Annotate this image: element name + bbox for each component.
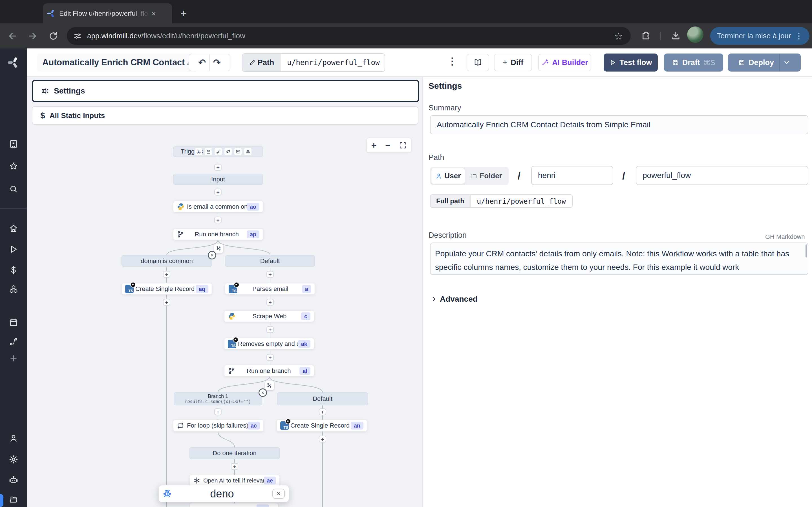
node-label: Parses email	[239, 285, 302, 293]
git-branch-icon	[177, 231, 187, 238]
insert-step-button[interactable]: +	[214, 217, 221, 223]
insert-step-button[interactable]: +	[266, 271, 274, 278]
deno-icon	[234, 282, 239, 288]
webhook-trigger-icon[interactable]	[195, 148, 202, 156]
bug-icon	[163, 489, 172, 498]
flow-node-removes-empty-duplicates[interactable]: TS Removes empty and duplicates ak	[224, 338, 314, 349]
typescript-deno-icon: TS	[228, 340, 238, 348]
app-root: Edit Flow u/henri/powerful_flo × + app.w…	[0, 0, 812, 507]
node-label: Do one iteration	[193, 450, 276, 457]
insert-step-button[interactable]: +	[266, 354, 274, 361]
node-label: Create Single Record (Airtable)	[135, 285, 196, 293]
repeat-icon	[177, 422, 187, 429]
deno-icon	[233, 337, 239, 342]
tooltip-label: deno	[172, 488, 272, 500]
branch-label: domain is common	[125, 258, 208, 265]
zoom-out-button[interactable]: −	[385, 141, 390, 150]
flow-node-parses-email[interactable]: TS Parses email a	[225, 283, 315, 295]
flow-node-partial[interactable]	[190, 503, 278, 507]
add-branch-button[interactable]	[265, 381, 274, 390]
typescript-deno-icon: TS	[125, 285, 135, 293]
poll-trigger-icon[interactable]	[244, 148, 252, 156]
websocket-trigger-icon[interactable]	[224, 148, 232, 156]
openai-icon	[193, 477, 203, 484]
node-id-badge: ap	[247, 230, 259, 238]
deno-icon	[130, 282, 136, 288]
node-label: Is email a common one?	[187, 203, 247, 210]
flow-node-domain-is-common[interactable]: domain is common	[121, 255, 212, 267]
node-label: Removes empty and duplicates	[238, 340, 298, 348]
flow-edges	[0, 0, 812, 507]
zoom-in-button[interactable]: +	[371, 141, 376, 150]
insert-step-button[interactable]: +	[163, 271, 170, 278]
node-label: For loop (skip failures)	[187, 422, 248, 429]
typescript-deno-icon: TS	[280, 421, 290, 430]
flow-node-run-one-branch-2[interactable]: Run one branch al	[224, 365, 314, 377]
flow-node-default-branch-1[interactable]: Default	[225, 255, 315, 267]
fit-view-button[interactable]	[399, 142, 407, 149]
branch-title: Branch 1	[208, 393, 228, 399]
insert-step-button[interactable]: +	[214, 189, 221, 195]
insert-step-button[interactable]: +	[319, 408, 326, 415]
flow-node-open-ai-relevant[interactable]: Open AI to tell if relevant result ae	[190, 475, 280, 486]
tooltip-close-button[interactable]: ×	[272, 489, 285, 499]
flow-node-default-branch-2[interactable]: Default	[277, 392, 368, 405]
language-tooltip: deno ×	[159, 485, 289, 502]
node-label: Open AI to tell if relevant result	[203, 477, 264, 484]
flow-node-create-single-record-2[interactable]: TS Create Single Record (Airtable) an	[276, 420, 367, 432]
node-id-badge: al	[299, 367, 310, 375]
node-label: Run one branch	[238, 367, 299, 375]
flow-node-for-loop[interactable]: For loop (skip failures) ac	[173, 420, 264, 432]
node-label: Run one branch	[187, 231, 247, 238]
node-id-badge: a	[302, 285, 311, 293]
insert-step-button[interactable]: +	[163, 299, 170, 305]
corner-accent	[0, 494, 3, 507]
deno-icon	[285, 418, 291, 424]
node-id-badge: ae	[264, 476, 276, 485]
node-id-badge: ak	[298, 340, 310, 348]
flow-node-scrape-web[interactable]: Scrape Web c	[224, 311, 314, 322]
remove-branch-button[interactable]: ×	[208, 251, 216, 260]
email-trigger-icon[interactable]	[234, 148, 242, 156]
flow-node-create-single-record-1[interactable]: TS Create Single Record (Airtable) aq	[121, 283, 212, 295]
python-icon	[177, 203, 187, 211]
node-label: Scrape Web	[238, 313, 301, 320]
typescript-deno-icon: TS	[229, 285, 239, 293]
node-label: Create Single Record (Airtable)	[290, 422, 351, 429]
node-id-badge: ao	[247, 203, 259, 211]
git-branch-icon	[228, 367, 238, 375]
branch-label: Default	[229, 258, 311, 265]
add-branch-button[interactable]	[214, 244, 223, 253]
remove-branch-button[interactable]: ×	[259, 388, 267, 397]
canvas-zoom-controls: + −	[367, 138, 411, 152]
flow-node-do-one-iteration[interactable]: Do one iteration	[190, 447, 280, 459]
branch-expression: results.c.some((x)=>x!="")	[185, 399, 251, 404]
insert-step-button[interactable]: +	[214, 164, 221, 171]
insert-step-button[interactable]: +	[319, 436, 326, 443]
node-id-badge: ac	[248, 421, 260, 430]
flow-node-branch-1[interactable]: Branch 1 results.c.some((x)=>x!="")	[174, 392, 262, 405]
insert-step-button[interactable]: +	[266, 326, 274, 333]
flow-node-run-one-branch-1[interactable]: Run one branch ap	[173, 228, 263, 240]
insert-step-button[interactable]: +	[214, 408, 221, 415]
node-id-badge: aq	[196, 285, 208, 293]
schedule-trigger-icon[interactable]	[204, 148, 212, 156]
insert-step-button[interactable]: +	[231, 463, 238, 470]
branch-label: Default	[281, 395, 364, 402]
flow-node-input[interactable]: Input	[173, 174, 263, 185]
input-node-label: Input	[177, 176, 259, 183]
node-id-badge: c	[301, 313, 310, 320]
python-icon	[228, 313, 238, 320]
route-trigger-icon[interactable]	[214, 148, 222, 156]
insert-step-button[interactable]: +	[266, 299, 274, 305]
node-id-badge: an	[351, 421, 363, 430]
flow-node-is-email-common[interactable]: Is email a common one? ao	[173, 201, 263, 212]
